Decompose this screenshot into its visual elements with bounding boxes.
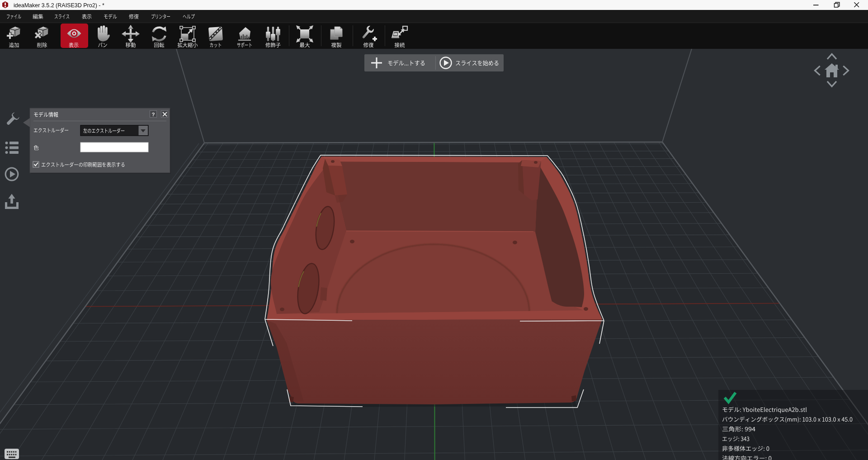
svg-text:ideaMaker 3.5.2 (RAISE3D Pro2): ideaMaker 3.5.2 (RAISE3D Pro2) - * [14,2,104,9]
svg-text:?: ? [151,112,155,117]
